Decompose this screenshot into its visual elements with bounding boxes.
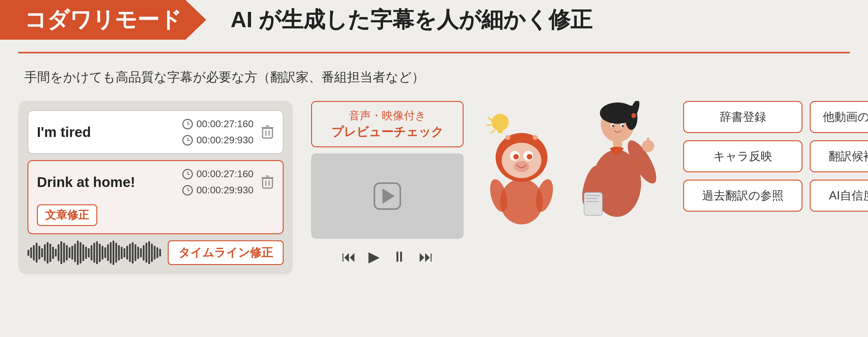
waveform-bar bbox=[126, 246, 128, 259]
subtitle-row-2: Drink at home! 00:00:27:160 00:00:29:930 bbox=[27, 160, 284, 234]
waveform-bar bbox=[115, 243, 117, 263]
skip-back-icon[interactable]: ⏮ bbox=[342, 248, 356, 265]
waveform-bar bbox=[88, 248, 90, 257]
waveform-bar bbox=[66, 245, 68, 261]
timeline-badge[interactable]: タイムライン修正 bbox=[168, 240, 284, 265]
waveform-bar bbox=[50, 244, 51, 262]
clock-icon-2a bbox=[182, 169, 193, 179]
feature-label-1: 他動画の追加学習 bbox=[823, 111, 868, 123]
waveform-bar bbox=[134, 244, 136, 261]
waveform-bar bbox=[33, 245, 35, 261]
waveform-bar bbox=[118, 245, 120, 261]
feature-item-2: キャラ反映 bbox=[683, 140, 802, 172]
svg-line-14 bbox=[491, 130, 495, 133]
time-value-1b: 00:00:29:930 bbox=[196, 134, 253, 146]
svg-line-13 bbox=[487, 125, 491, 125]
waveform-bar bbox=[69, 247, 70, 258]
illustrations-wrapper bbox=[482, 101, 659, 229]
waveform-bar bbox=[46, 242, 49, 264]
waveform-bar bbox=[93, 243, 95, 263]
preview-badge: 音声・映像付き プレビューチェック bbox=[311, 101, 464, 147]
waveform-bar bbox=[60, 241, 62, 264]
waveform-bar bbox=[99, 244, 101, 262]
waveform-bar bbox=[80, 242, 82, 264]
feature-label-0: 辞書登録 bbox=[720, 111, 766, 123]
svg-rect-41 bbox=[647, 137, 650, 147]
subtitle-row-1: I'm tired 00:00:27:160 00:00:29:930 bbox=[27, 110, 284, 154]
svg-point-22 bbox=[505, 135, 510, 140]
svg-rect-44 bbox=[586, 198, 598, 199]
feature-item-4: 過去翻訳の参照 bbox=[683, 180, 802, 212]
subtitle-text: 手間をかけても高品質な字幕が必要な方（翻訳家、番組担当者など） bbox=[24, 70, 425, 84]
waveform-bar bbox=[110, 242, 112, 264]
time-section-2: 00:00:27:160 00:00:29:930 bbox=[182, 168, 253, 196]
subtitle-row-2-top: Drink at home! 00:00:27:160 00:00:29:930 bbox=[37, 168, 274, 196]
skip-forward-icon[interactable]: ⏭ bbox=[419, 248, 433, 265]
feature-item-0: 辞書登録 bbox=[683, 101, 802, 133]
waveform-bar bbox=[146, 243, 147, 263]
feature-item-3: 翻訳候補の選択 bbox=[810, 140, 868, 172]
waveform-bar bbox=[52, 247, 54, 259]
waveform-bar bbox=[55, 249, 57, 256]
play-triangle-icon bbox=[382, 188, 395, 204]
mode-badge: コダワリモード bbox=[0, 0, 206, 40]
time-entry-1a: 00:00:27:160 bbox=[182, 118, 253, 130]
feature-label-3: 翻訳候補の選択 bbox=[829, 150, 868, 162]
waveform-bar bbox=[151, 244, 153, 262]
svg-point-34 bbox=[612, 125, 614, 127]
waveform-bar bbox=[36, 243, 37, 263]
page-title: AI が生成した字幕を人が細かく修正 bbox=[206, 0, 592, 40]
waveform-bar bbox=[140, 248, 142, 257]
subtitle: 手間をかけても高品質な字幕が必要な方（翻訳家、番組担当者など） bbox=[0, 69, 868, 86]
feature-label-2: キャラ反映 bbox=[713, 150, 772, 162]
waveform-bar bbox=[77, 241, 79, 265]
correction-badge[interactable]: 文章修正 bbox=[37, 204, 97, 226]
trash-icon-1[interactable] bbox=[261, 124, 274, 140]
svg-rect-11 bbox=[498, 130, 503, 133]
waveform-section: タイムライン修正 bbox=[27, 240, 284, 265]
right-panel: 辞書登録 他動画の追加学習 キャラ反映 翻訳候補の選択 過去翻訳の参照 AI自信… bbox=[482, 101, 868, 229]
editor-panel: I'm tired 00:00:27:160 00:00:29:930 bbox=[18, 101, 293, 274]
svg-point-31 bbox=[631, 113, 636, 118]
time-value-2b: 00:00:29:930 bbox=[196, 185, 253, 196]
waveform-bar bbox=[74, 244, 76, 262]
pause-icon[interactable]: ⏸ bbox=[392, 248, 407, 265]
feature-grid: 辞書登録 他動画の追加学習 キャラ反映 翻訳候補の選択 過去翻訳の参照 AI自信… bbox=[683, 101, 868, 212]
svg-point-23 bbox=[533, 135, 538, 140]
page-title-text: AI が生成した字幕を人が細かく修正 bbox=[230, 5, 592, 34]
waveform-bar bbox=[58, 244, 60, 261]
svg-line-12 bbox=[488, 118, 493, 121]
preview-label-bottom: プレビューチェック bbox=[321, 123, 454, 140]
waveform bbox=[27, 241, 162, 265]
video-panel: 音声・映像付き プレビューチェック ⏮ ▶ ⏸ ⏭ bbox=[311, 101, 464, 268]
svg-point-21 bbox=[514, 161, 529, 172]
time-entry-1b: 00:00:29:930 bbox=[182, 134, 253, 146]
play-icon[interactable]: ▶ bbox=[368, 248, 380, 265]
svg-point-35 bbox=[622, 125, 624, 127]
waveform-bar bbox=[154, 246, 156, 259]
clock-icon-2b bbox=[182, 185, 193, 195]
waveform-bar bbox=[107, 244, 109, 261]
waveform-bar bbox=[91, 245, 92, 261]
robot-illustration bbox=[482, 113, 555, 229]
svg-rect-0 bbox=[262, 128, 272, 138]
subtitle-text-2: Drink at home! bbox=[37, 174, 175, 190]
time-entry-2b: 00:00:29:930 bbox=[182, 185, 253, 196]
video-player bbox=[311, 153, 464, 239]
timeline-badge-text: タイムライン修正 bbox=[179, 246, 273, 259]
feature-item-1: 他動画の追加学習 bbox=[810, 101, 868, 133]
waveform-bar bbox=[85, 247, 87, 259]
feature-item-5: AI自信度の表示 bbox=[810, 180, 868, 212]
header-divider bbox=[18, 52, 850, 53]
waveform-bar bbox=[44, 244, 46, 261]
play-button-large[interactable] bbox=[374, 182, 401, 210]
svg-point-10 bbox=[492, 114, 509, 131]
trash-icon-2[interactable] bbox=[261, 175, 274, 190]
time-entry-2a: 00:00:27:160 bbox=[182, 168, 253, 180]
time-value-1a: 00:00:27:160 bbox=[196, 118, 253, 130]
main-content: I'm tired 00:00:27:160 00:00:29:930 bbox=[0, 101, 868, 274]
feature-label-5: AI自信度の表示 bbox=[829, 189, 868, 202]
subtitle-text-1: I'm tired bbox=[37, 124, 175, 140]
feature-label-4: 過去翻訳の参照 bbox=[702, 189, 783, 202]
header: コダワリモード AI が生成した字幕を人が細かく修正 bbox=[0, 0, 868, 40]
